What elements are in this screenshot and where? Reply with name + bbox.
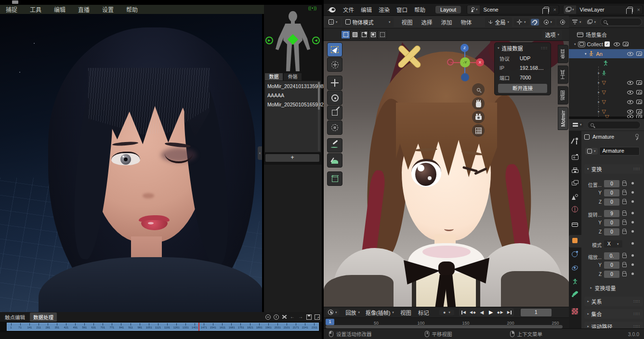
- list-item[interactable]: MoMir_20241013135908: [267, 82, 321, 91]
- eye-icon[interactable]: [627, 81, 633, 85]
- select-mode-intersect[interactable]: [378, 30, 387, 39]
- tab-object-icon[interactable]: [572, 238, 578, 245]
- tool-move[interactable]: [327, 76, 342, 90]
- sidebar-tab-motmirr[interactable]: Motmirr: [558, 107, 568, 130]
- tab-output-icon[interactable]: [572, 168, 578, 174]
- animate-dot[interactable]: [631, 212, 634, 214]
- camera-view-button[interactable]: [472, 111, 485, 123]
- tool-scale[interactable]: [327, 105, 342, 120]
- tab-collection-icon[interactable]: [572, 222, 578, 228]
- menu-window[interactable]: 窗口: [393, 5, 411, 14]
- camera-icon[interactable]: [636, 109, 642, 114]
- menu-render[interactable]: 渲染: [375, 5, 393, 14]
- timeline-ruler[interactable]: 1711412112813514214915616317017718419119…: [7, 323, 319, 331]
- lock-icon[interactable]: [622, 273, 627, 276]
- zoom-button[interactable]: [472, 83, 485, 96]
- animate-dot[interactable]: [631, 221, 634, 223]
- timeline-editor-type-dropdown[interactable]: ▾: [326, 309, 339, 315]
- snap-toggle-button[interactable]: [531, 19, 539, 26]
- scale-x-field[interactable]: 0.: [604, 252, 619, 260]
- properties-editor-type-dropdown[interactable]: ▾: [571, 122, 583, 128]
- save-icon[interactable]: [306, 314, 312, 320]
- outliner-row-armature-data[interactable]: ▾: [569, 68, 644, 78]
- mode-dropdown[interactable]: 物体模式 ▾: [342, 17, 394, 27]
- face-render-viewport[interactable]: ‹: [0, 14, 262, 312]
- tab-contact-edit[interactable]: 触点编辑: [1, 313, 28, 322]
- timeline-scrollbar[interactable]: [326, 325, 563, 328]
- loop-icon[interactable]: [265, 314, 271, 320]
- location-z-field[interactable]: 0: [604, 198, 619, 206]
- list-item[interactable]: MoMir_20250105165902: [267, 100, 321, 109]
- tool-measure[interactable]: [327, 153, 342, 168]
- camera-icon[interactable]: [636, 90, 642, 94]
- scrollbar-thumb[interactable]: [318, 82, 320, 110]
- tab-bone-icon[interactable]: [572, 292, 578, 299]
- disconnect-button[interactable]: 断开连接: [498, 84, 547, 93]
- viewlayer-icon-dropdown[interactable]: ▾: [564, 5, 576, 14]
- lock-icon[interactable]: [622, 192, 627, 195]
- tab-data[interactable]: 数据: [265, 73, 283, 80]
- relations-panel-header[interactable]: ▾ 关系 ∷∷: [584, 297, 643, 306]
- keying-menu[interactable]: 抠像(插帧)▾: [363, 308, 397, 317]
- tab-render-icon[interactable]: [572, 154, 578, 161]
- rotation-x-field[interactable]: 9: [604, 210, 619, 217]
- sidebar-tab-view[interactable]: 视图: [558, 86, 568, 104]
- gizmo-x-axis[interactable]: X: [476, 58, 484, 66]
- menu-select[interactable]: 选择: [418, 17, 436, 27]
- play-back-button[interactable]: ◀: [312, 37, 320, 44]
- tab-data-process[interactable]: 数据处理: [30, 313, 57, 322]
- menu-capture[interactable]: 捕捉: [3, 5, 20, 13]
- object-name-field[interactable]: Armature: [599, 147, 640, 156]
- workspace-tab-layout[interactable]: Layout: [435, 6, 461, 13]
- overlay-toggle-button[interactable]: [557, 19, 568, 26]
- playhead[interactable]: [198, 323, 199, 331]
- menu-view[interactable]: 视图: [398, 17, 416, 27]
- animate-dot[interactable]: [631, 230, 634, 233]
- menu-object[interactable]: 物体: [458, 17, 475, 27]
- tab-viewlayer-icon[interactable]: [572, 180, 578, 187]
- next-keyframe-button[interactable]: ◆▶: [496, 308, 505, 316]
- lock-icon[interactable]: [622, 255, 627, 258]
- tab-skeleton[interactable]: 骨骼: [284, 73, 302, 80]
- delta-transform-header[interactable]: ▾ 变换增量: [590, 284, 616, 292]
- tab-texture-icon[interactable]: [572, 308, 578, 315]
- proportional-edit-dropdown[interactable]: ▾: [541, 19, 555, 26]
- outliner-row-mesh[interactable]: ▾ ▽: [569, 78, 644, 87]
- animate-dot[interactable]: [631, 191, 634, 194]
- list-item[interactable]: AAAAA: [267, 91, 321, 100]
- collections-panel-header[interactable]: ▾ 集合 ∷∷: [584, 309, 643, 319]
- tab-constraints-icon[interactable]: [572, 265, 578, 272]
- eye-icon[interactable]: [627, 91, 633, 94]
- scene-name[interactable]: Scene: [480, 7, 544, 13]
- menu-file[interactable]: 文件: [340, 5, 357, 14]
- animate-dot[interactable]: [631, 200, 634, 203]
- export-icon[interactable]: ↗: [315, 314, 320, 320]
- current-frame-field[interactable]: 1: [521, 309, 552, 316]
- gizmo-neg-z-axis[interactable]: [461, 73, 469, 81]
- current-frame-badge[interactable]: 1: [326, 319, 334, 325]
- panel-collapse-chevron[interactable]: ▾: [498, 46, 499, 50]
- scale-z-field[interactable]: 0: [604, 271, 619, 278]
- outliner-row-collection[interactable]: ▾ Collect ✓: [569, 39, 644, 49]
- outliner-row-mesh[interactable]: ▾ ▽: [569, 88, 644, 97]
- select-mode-subtract[interactable]: [368, 30, 378, 39]
- lock-icon[interactable]: [622, 183, 627, 186]
- lock-icon[interactable]: [622, 212, 627, 216]
- tab-tool-icon[interactable]: [572, 138, 578, 144]
- disclosure-triangle[interactable]: ▾: [597, 82, 601, 84]
- camera-icon[interactable]: [636, 100, 642, 104]
- select-mode-extend[interactable]: [359, 30, 368, 39]
- undo-icon[interactable]: ←: [290, 314, 295, 320]
- outliner-row-mesh[interactable]: ▾ ▽: [569, 97, 644, 106]
- outliner-row-armature-selected[interactable]: ▾ An: [569, 49, 644, 58]
- menu-settings[interactable]: 设置: [99, 5, 117, 13]
- animate-dot[interactable]: [631, 273, 634, 275]
- menu-tools[interactable]: 工具: [27, 5, 44, 13]
- navigation-gizmo[interactable]: Z X -Y: [447, 43, 485, 83]
- grip-icon[interactable]: ∷∷: [634, 299, 640, 304]
- rotation-z-field[interactable]: 0: [604, 228, 619, 235]
- play-reverse-button[interactable]: ◀: [477, 308, 486, 316]
- grip-icon[interactable]: ∷∷: [634, 167, 640, 171]
- location-x-field[interactable]: 0: [604, 180, 619, 187]
- outliner-row-scene-collection[interactable]: 场景集合: [569, 30, 644, 39]
